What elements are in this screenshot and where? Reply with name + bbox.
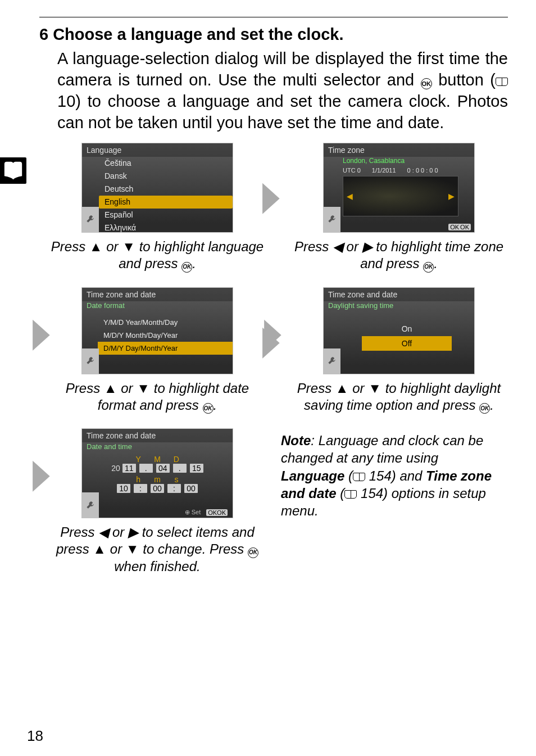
ok-button-icon: OK [181, 262, 192, 273]
timezone-city: London, Casablanca [324, 157, 474, 166]
chevron-right-icon: ▶ [264, 308, 281, 355]
screen-footer: ⊕ Set OKOK [183, 509, 229, 516]
book-icon [344, 490, 357, 499]
datetime-screen-subtitle: Date and time [82, 442, 233, 452]
day-value: 15 [190, 464, 203, 473]
timezone-meta: UTC 0 1/1/2011 0 : 0 0 : 0 0 [324, 166, 474, 174]
wrench-icon [326, 214, 338, 225]
datetime-screen: Time zone and date Date and time Y M D 2… [81, 428, 233, 518]
setup-tab-icon [324, 207, 340, 232]
dateformat-screen-subtitle: Date format [82, 301, 233, 311]
timezone-screen: Time zone London, Casablanca UTC 0 1/1/2… [323, 143, 475, 233]
wrench-icon [85, 355, 96, 366]
lang-item: Dansk [99, 170, 233, 183]
language-caption: Press or to highlight language and press… [51, 238, 264, 273]
wrench-icon [85, 500, 96, 511]
book-icon [353, 473, 365, 481]
ymd-values: 2011.04.15 [82, 464, 233, 473]
step-heading: 6 Choose a language and set the clock. [39, 24, 508, 46]
setup-tab-icon [82, 207, 99, 232]
timezone-date: 1/1/2011 [372, 167, 396, 174]
dst-cell: ▶ Time zone and date Daylight saving tim… [281, 287, 517, 414]
language-list: Čeština Dansk Deutsch English Español Ελ… [99, 157, 233, 233]
setup-tab-icon [82, 492, 99, 518]
note-cell: Note: Language and clock can be changed … [281, 428, 517, 575]
month-value: 04 [156, 464, 170, 473]
chevron-right-icon: ▶ [33, 450, 50, 496]
datetime-grid: Y M D 2011.04.15 h m s 10:00:00 [82, 455, 233, 493]
note-text: Note: Language and clock can be changed … [281, 432, 506, 519]
page-number: 18 [27, 727, 43, 745]
ok-button-icon: OK [203, 403, 214, 414]
down-triangle-icon [137, 381, 150, 396]
screen-ok-footer: OKOK [448, 224, 471, 230]
dst-screen-subtitle: Daylight saving time [324, 301, 474, 311]
setup-tab-icon [82, 348, 99, 374]
up-triangle-icon [89, 239, 103, 254]
lang-item: Español [99, 209, 233, 221]
chevron-right-icon: ▶ [262, 171, 280, 218]
dst-list: On Off [339, 322, 474, 351]
wrench-icon [326, 355, 338, 366]
timezone-screen-title: Time zone [324, 143, 474, 157]
dateformat-item: Y/M/D Year/Month/Day [98, 316, 233, 329]
ok-button-icon: OK [248, 547, 258, 558]
language-screen-title: Language [82, 143, 233, 157]
chevron-right-icon: ▶ [33, 308, 50, 355]
ok-button-icon: OK [421, 78, 432, 89]
dateformat-screen: Time zone and date Date format Y/M/D Yea… [81, 287, 233, 374]
set-label: ⊕ Set [185, 509, 201, 516]
setup-tab-icon [324, 348, 340, 374]
up-triangle-icon [335, 381, 349, 396]
dst-item: On [362, 322, 452, 336]
step-number: 6 [39, 24, 48, 46]
hms-values: 10:00:00 [82, 484, 233, 493]
dst-item-selected: Off [362, 336, 452, 351]
datetime-screen-title: Time zone and date [82, 429, 233, 442]
timezone-utc: UTC 0 [343, 167, 361, 174]
lang-item: Deutsch [99, 183, 233, 196]
ymd-labels: Y M D [82, 455, 233, 464]
language-screen: Language Čeština Dansk Deutsch English E… [81, 143, 233, 233]
step-heading-text: Choose a language and set the clock. [53, 24, 343, 46]
ok-button-icon: OK [423, 262, 434, 273]
datetime-caption: Press or to select items and press or to… [51, 524, 264, 575]
minute-value: 00 [151, 484, 164, 493]
down-triangle-icon [126, 541, 139, 556]
datetime-cell: ▶ Time zone and date Date and time Y M D… [51, 428, 264, 575]
up-triangle-icon [104, 381, 117, 396]
body-text-c: 10) to choose a language and set the cam… [57, 92, 508, 132]
lang-item: Čeština [99, 157, 233, 170]
ok-button-icon: OK [479, 403, 490, 414]
dst-screen-title: Time zone and date [324, 288, 474, 301]
right-triangle-icon [128, 524, 138, 540]
hms-labels: h m s [82, 475, 233, 484]
dateformat-screen-title: Time zone and date [82, 288, 233, 301]
dateformat-item-selected: D/M/Y Day/Month/Year [98, 342, 233, 355]
dateformat-item: M/D/Y Month/Day/Year [98, 329, 233, 342]
timezone-cell: Time zone London, Casablanca UTC 0 1/1/2… [281, 143, 517, 273]
page-top-rule [39, 17, 508, 17]
step-body: A language-selection dialog will be disp… [57, 48, 508, 134]
manual-page: 6 Choose a language and set the clock. A… [0, 0, 536, 575]
second-value: 00 [184, 484, 198, 493]
dateformat-cell: ▶ ▶ Time zone and date Date format Y/M/D… [51, 287, 264, 414]
timezone-time: 0 : 0 0 : 0 0 [407, 167, 438, 174]
world-map: ◀ ▶ [343, 176, 458, 216]
down-triangle-icon [368, 381, 381, 396]
body-text-b: button ( [432, 71, 496, 89]
ok-label: OKOK [206, 509, 228, 516]
lang-item-selected: English [99, 196, 233, 209]
dst-screen: Time zone and date Daylight saving time … [323, 287, 475, 374]
left-triangle-icon [98, 524, 108, 540]
language-cell: ▶ Language Čeština Dansk Deutsch English… [51, 143, 264, 273]
map-left-arrow-icon: ◀ [347, 192, 353, 201]
hour-value: 10 [117, 484, 130, 493]
lang-item: Ελληνικά [99, 221, 233, 233]
dst-caption: Press or to highlight daylight saving ti… [292, 380, 506, 414]
left-triangle-icon [333, 239, 343, 254]
year-value: 11 [122, 464, 136, 473]
timezone-caption: Press or to highlight time zone and pres… [292, 238, 506, 273]
wrench-icon [85, 214, 96, 225]
dateformat-caption: Press or to highlight date format and pr… [51, 380, 264, 414]
